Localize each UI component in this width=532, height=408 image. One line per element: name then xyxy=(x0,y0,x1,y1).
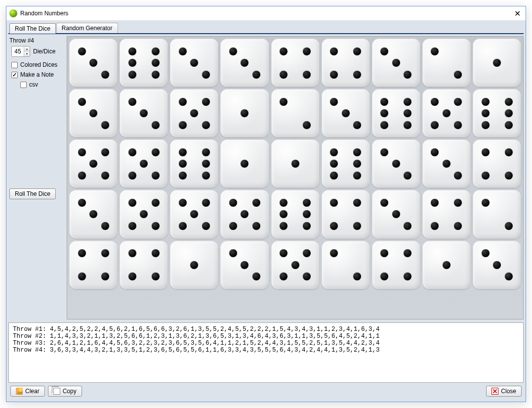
roll-the-dice-button[interactable]: Roll The Dice xyxy=(9,188,56,199)
spinner-down-icon[interactable]: ▼ xyxy=(24,51,30,56)
pip xyxy=(454,98,462,106)
pip xyxy=(330,249,338,257)
pip xyxy=(280,47,287,55)
dice-count-spinner[interactable]: ▲ ▼ xyxy=(11,46,30,57)
pip xyxy=(229,222,237,230)
pip xyxy=(493,261,501,269)
pip xyxy=(330,47,338,55)
pip xyxy=(404,272,411,280)
pip xyxy=(330,148,338,156)
dice-panel xyxy=(67,36,524,319)
die xyxy=(220,39,269,87)
pip xyxy=(179,98,187,106)
pip xyxy=(128,222,136,230)
pip xyxy=(101,71,109,79)
bottom-bar: Clear Copy Close xyxy=(8,383,524,400)
clear-button-label: Clear xyxy=(25,388,40,395)
dice-grid xyxy=(69,39,521,289)
pip xyxy=(482,121,490,129)
tab-roll-the-dice[interactable]: Roll The Dice xyxy=(9,23,56,34)
notes-textarea[interactable]: Throw #1: 4,5,4,2,5,2,2,4,5,6,2,1,6,5,6,… xyxy=(8,322,524,383)
pip xyxy=(280,98,287,106)
pip xyxy=(454,222,462,230)
pip xyxy=(493,59,501,67)
pip xyxy=(291,261,299,269)
pip xyxy=(342,109,350,117)
pip xyxy=(101,172,109,180)
pip xyxy=(303,199,311,207)
pip xyxy=(330,222,338,230)
die xyxy=(422,190,471,238)
pip xyxy=(202,148,210,156)
title-bar: Random Numbers ✕ xyxy=(6,6,526,20)
die xyxy=(473,190,521,238)
pip xyxy=(353,47,361,55)
pip xyxy=(431,148,439,156)
die xyxy=(220,139,269,188)
pip xyxy=(241,109,248,117)
pip xyxy=(505,121,513,129)
pip xyxy=(404,249,411,257)
pip xyxy=(190,109,198,117)
die xyxy=(372,241,420,289)
pip xyxy=(78,272,86,280)
spinner-up-icon[interactable]: ▲ xyxy=(24,46,30,51)
die xyxy=(372,139,420,188)
pip xyxy=(179,121,187,129)
pip xyxy=(128,272,136,280)
pip xyxy=(229,249,237,257)
pip xyxy=(303,249,311,257)
pip xyxy=(280,210,287,218)
die xyxy=(322,241,370,289)
window-close-button[interactable]: ✕ xyxy=(512,9,523,18)
pip xyxy=(152,71,160,79)
copy-button[interactable]: Copy xyxy=(48,386,82,397)
colored-dices-checkbox[interactable] xyxy=(11,62,18,68)
make-a-note-checkbox[interactable] xyxy=(11,72,18,78)
dice-count-input[interactable] xyxy=(12,47,24,55)
pip xyxy=(303,272,311,280)
pip xyxy=(190,210,198,218)
pip xyxy=(482,109,490,117)
pip xyxy=(179,47,187,55)
pip xyxy=(128,98,136,106)
pip xyxy=(454,71,462,79)
die xyxy=(271,241,320,289)
die xyxy=(372,190,420,238)
pip xyxy=(128,148,136,156)
die xyxy=(120,190,168,238)
copy-button-label: Copy xyxy=(63,388,77,395)
make-a-note-label: Make a Note xyxy=(20,71,54,78)
pip xyxy=(505,148,513,156)
tab-random-generator[interactable]: Random Generator xyxy=(56,23,118,33)
die xyxy=(120,89,168,137)
pip xyxy=(380,199,388,207)
pip xyxy=(179,160,187,168)
pip xyxy=(380,98,388,106)
pip xyxy=(202,160,210,168)
die xyxy=(69,241,118,289)
pip xyxy=(78,172,86,180)
die xyxy=(69,89,118,137)
die xyxy=(372,39,420,87)
pip xyxy=(202,71,210,79)
clear-button[interactable]: Clear xyxy=(10,386,45,397)
pip xyxy=(404,222,411,230)
die xyxy=(322,190,370,238)
csv-checkbox[interactable] xyxy=(20,82,27,88)
pip xyxy=(152,172,160,180)
close-button[interactable]: Close xyxy=(486,386,522,397)
pip xyxy=(505,172,513,180)
app-icon xyxy=(9,9,17,17)
die xyxy=(69,39,118,87)
die xyxy=(170,139,218,188)
pip xyxy=(380,121,388,129)
die xyxy=(220,190,269,238)
pip xyxy=(454,172,462,180)
die xyxy=(170,190,218,238)
pip xyxy=(190,59,198,67)
pip xyxy=(330,98,338,106)
pip xyxy=(353,160,361,168)
pip xyxy=(101,121,109,129)
pip xyxy=(280,249,287,257)
